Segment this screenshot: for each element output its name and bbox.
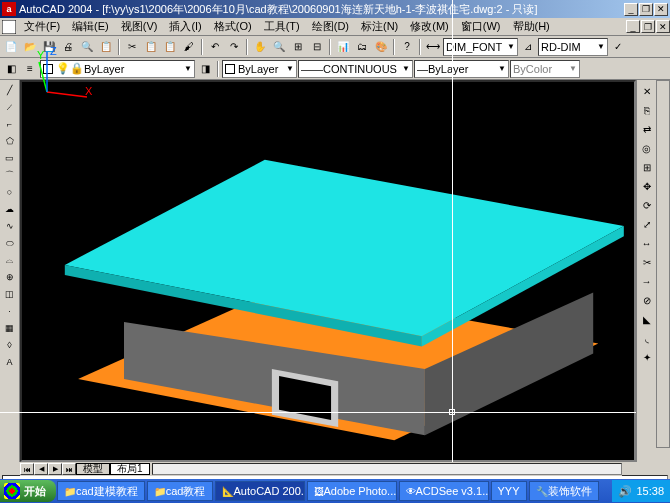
start-button[interactable]: 开始 <box>0 480 56 502</box>
svg-rect-0 <box>2 20 16 34</box>
vscrollbar[interactable] <box>656 80 670 448</box>
arc-icon[interactable]: ⌒ <box>2 167 18 183</box>
menubar: 文件(F) 编辑(E) 视图(V) 插入(I) 格式(O) 工具(T) 绘图(D… <box>0 18 670 36</box>
windows-logo-icon <box>4 483 20 499</box>
doc-minimize[interactable]: _ <box>626 20 640 33</box>
hscrollbar[interactable] <box>152 463 622 475</box>
point-icon[interactable]: · <box>2 303 18 319</box>
menu-edit[interactable]: 编辑(E) <box>66 17 115 36</box>
modify-toolbar: ✕ ⎘ ⇄ ◎ ⊞ ✥ ⟳ ⤢ ↔ ✂ → ⊘ ◣ ◟ ✦ <box>636 80 656 462</box>
extend-icon[interactable]: → <box>638 272 656 290</box>
break-icon[interactable]: ⊘ <box>638 291 656 309</box>
close-button[interactable]: ✕ <box>654 3 668 16</box>
layer-mgr-icon[interactable]: ◧ <box>2 60 20 78</box>
menu-tools[interactable]: 工具(T) <box>258 17 306 36</box>
drawing-canvas[interactable]: X Y Z <box>20 80 636 462</box>
insert-icon[interactable]: ⊕ <box>2 269 18 285</box>
menu-file[interactable]: 文件(F) <box>18 17 66 36</box>
revcloud-icon[interactable]: ☁ <box>2 201 18 217</box>
menu-window[interactable]: 窗口(W) <box>455 17 507 36</box>
ellipse-icon[interactable]: ⬭ <box>2 235 18 251</box>
doc-close[interactable]: ✕ <box>656 20 670 33</box>
array-icon[interactable]: ⊞ <box>638 158 656 176</box>
app-icon: a <box>2 2 16 16</box>
fillet-icon[interactable]: ◟ <box>638 329 656 347</box>
tab-next[interactable]: ▶ <box>48 463 62 475</box>
svg-line-9 <box>47 92 87 97</box>
tab-prev[interactable]: ◀ <box>34 463 48 475</box>
tray-icon[interactable]: 🔊 <box>618 485 632 498</box>
task-7[interactable]: 🔧装饰软件 <box>529 481 599 501</box>
tab-layout1[interactable]: 布局1 <box>110 463 150 475</box>
svg-text:Y: Y <box>37 49 45 61</box>
menu-insert[interactable]: 插入(I) <box>163 17 207 36</box>
menu-draw[interactable]: 绘图(D) <box>306 17 355 36</box>
offset-icon[interactable]: ◎ <box>638 139 656 157</box>
doc-maximize[interactable]: ❐ <box>641 20 655 33</box>
task-1[interactable]: 📁cad建模教程 <box>57 481 145 501</box>
pline-icon[interactable]: ⌐ <box>2 116 18 132</box>
line-icon[interactable]: ╱ <box>2 82 18 98</box>
window-title: AutoCAD 2004 - [f:\yy\ys1\2006年\2006年10月… <box>19 2 624 17</box>
task-4[interactable]: 🖼Adobe Photo... <box>307 481 397 501</box>
polygon-icon[interactable]: ⬠ <box>2 133 18 149</box>
explode-icon[interactable]: ✦ <box>638 348 656 366</box>
menu-view[interactable]: 视图(V) <box>115 17 164 36</box>
move-icon[interactable]: ✥ <box>638 177 656 195</box>
maximize-button[interactable]: ❐ <box>639 3 653 16</box>
task-5[interactable]: 👁ACDSee v3.1... <box>399 481 489 501</box>
task-2[interactable]: 📁cad教程 <box>147 481 213 501</box>
minimize-button[interactable]: _ <box>624 3 638 16</box>
menu-dimension[interactable]: 标注(N) <box>355 17 404 36</box>
menu-modify[interactable]: 修改(M) <box>404 17 455 36</box>
xline-icon[interactable]: ⟋ <box>2 99 18 115</box>
scale-icon[interactable]: ⤢ <box>638 215 656 233</box>
block-icon[interactable]: ◫ <box>2 286 18 302</box>
menu-help[interactable]: 帮助(H) <box>507 17 556 36</box>
circle-icon[interactable]: ○ <box>2 184 18 200</box>
text-icon[interactable]: A <box>2 354 18 370</box>
taskbar: 开始 📁cad建模教程 📁cad教程 📐AutoCAD 200... 🖼Adob… <box>0 479 670 503</box>
rect-icon[interactable]: ▭ <box>2 150 18 166</box>
model-tabs: ⏮ ◀ ▶ ⏭ 模型 布局1 <box>20 462 622 476</box>
hatch-icon[interactable]: ▦ <box>2 320 18 336</box>
rotate-icon[interactable]: ⟳ <box>638 196 656 214</box>
tab-model[interactable]: 模型 <box>76 463 110 475</box>
ellarc-icon[interactable]: ⌓ <box>2 252 18 268</box>
menu-format[interactable]: 格式(O) <box>208 17 258 36</box>
clock: 15:38 <box>636 485 664 497</box>
ucs-icon: X Y Z <box>37 47 649 425</box>
tab-last[interactable]: ⏭ <box>62 463 76 475</box>
trim-icon[interactable]: ✂ <box>638 253 656 271</box>
mirror-icon[interactable]: ⇄ <box>638 120 656 138</box>
task-3[interactable]: 📐AutoCAD 200... <box>215 481 305 501</box>
svg-line-10 <box>39 62 47 92</box>
svg-text:X: X <box>85 85 93 97</box>
tab-first[interactable]: ⏮ <box>20 463 34 475</box>
svg-text:Z: Z <box>50 47 57 57</box>
system-tray[interactable]: 🔊 15:38 <box>612 480 670 502</box>
task-6[interactable]: YYY <box>491 481 527 501</box>
region-icon[interactable]: ◊ <box>2 337 18 353</box>
doc-icon <box>2 20 16 34</box>
erase-icon[interactable]: ✕ <box>638 82 656 100</box>
copy2-icon[interactable]: ⎘ <box>638 101 656 119</box>
chamfer-icon[interactable]: ◣ <box>638 310 656 328</box>
spline-icon[interactable]: ∿ <box>2 218 18 234</box>
new-icon[interactable]: 📄 <box>2 38 20 56</box>
stretch-icon[interactable]: ↔ <box>638 234 656 252</box>
draw-toolbar: ╱ ⟋ ⌐ ⬠ ▭ ⌒ ○ ☁ ∿ ⬭ ⌓ ⊕ ◫ · ▦ ◊ A <box>0 80 20 462</box>
